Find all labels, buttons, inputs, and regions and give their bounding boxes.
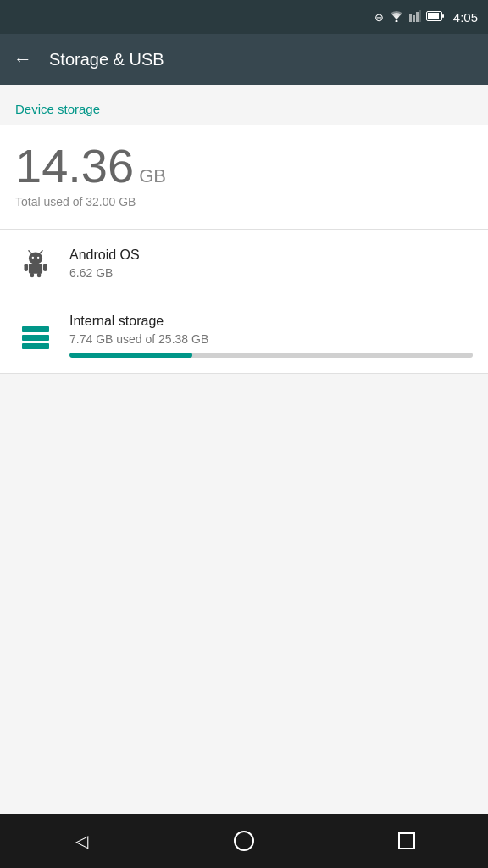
signal-icon [409, 10, 421, 25]
content: Device storage 14.36 GB Total used of 32… [0, 85, 488, 814]
wifi-icon [389, 10, 404, 25]
svg-line-11 [29, 251, 31, 253]
svg-rect-6 [428, 13, 439, 19]
nav-bar: ◁ [0, 814, 488, 868]
svg-rect-7 [442, 14, 444, 18]
status-bar: ⊖ 4:05 [0, 0, 488, 34]
internal-storage-title: Internal storage [69, 314, 473, 329]
svg-rect-2 [413, 15, 415, 22]
svg-point-10 [37, 257, 39, 259]
internal-storage-item[interactable]: Internal storage 7.74 GB used of 25.38 G… [0, 298, 488, 373]
svg-rect-15 [43, 264, 47, 271]
nav-back-icon: ◁ [75, 831, 88, 851]
svg-rect-4 [419, 10, 421, 22]
svg-rect-14 [25, 264, 29, 271]
back-button[interactable]: ← [14, 48, 32, 70]
nav-home-button[interactable] [219, 824, 269, 858]
svg-point-8 [29, 253, 42, 264]
svg-point-0 [395, 19, 397, 22]
android-os-content: Android OS 6.62 GB [56, 248, 473, 280]
storage-unit: GB [139, 165, 166, 187]
svg-rect-1 [409, 14, 412, 22]
nav-recent-button[interactable] [381, 824, 432, 858]
svg-rect-17 [37, 273, 42, 277]
storage-amount: 14.36 GB [15, 142, 473, 190]
svg-point-9 [32, 257, 34, 259]
app-bar: ← Storage & USB [0, 34, 488, 85]
storage-stack-icon [22, 326, 49, 349]
nav-home-icon [234, 831, 254, 851]
status-icons: ⊖ 4:05 [374, 10, 478, 25]
android-os-title: Android OS [69, 248, 473, 263]
internal-storage-content: Internal storage 7.74 GB used of 25.38 G… [56, 314, 473, 358]
internal-storage-progress-fill [69, 353, 192, 358]
nav-back-button[interactable]: ◁ [56, 824, 107, 858]
app-bar-title: Storage & USB [49, 50, 164, 70]
svg-rect-13 [29, 264, 42, 274]
svg-rect-16 [30, 273, 35, 277]
svg-line-12 [40, 251, 42, 253]
battery-icon [426, 11, 445, 24]
status-time: 4:05 [453, 10, 478, 25]
storage-number: 14.36 [15, 142, 134, 190]
internal-storage-progress-container [69, 353, 473, 358]
android-os-item[interactable]: Android OS 6.62 GB [0, 230, 488, 298]
android-os-icon [15, 243, 56, 284]
storage-summary: 14.36 GB Total used of 32.00 GB [0, 125, 488, 229]
nav-recent-icon [398, 832, 415, 849]
device-storage-header: Device storage [0, 85, 488, 125]
svg-rect-3 [416, 12, 419, 22]
section-title: Device storage [15, 102, 100, 116]
storage-total: Total used of 32.00 GB [15, 195, 473, 209]
internal-storage-icon [15, 317, 56, 358]
divider-3 [0, 373, 488, 374]
dnd-icon: ⊖ [374, 11, 384, 24]
internal-storage-subtitle: 7.74 GB used of 25.38 GB [69, 332, 473, 346]
android-os-subtitle: 6.62 GB [69, 266, 473, 280]
